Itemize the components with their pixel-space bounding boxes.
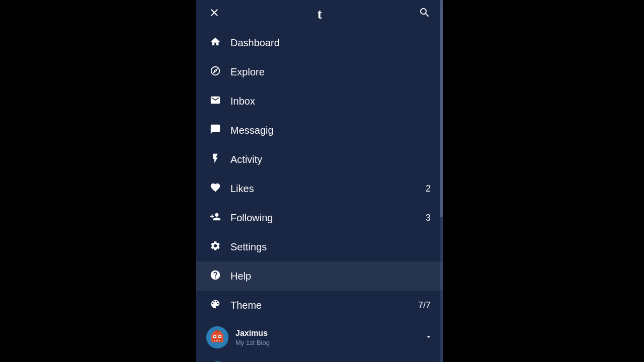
close-icon[interactable] [206,7,222,22]
chat-icon [208,124,222,137]
settings-label: Settings [230,241,431,253]
sidebar-item-likes[interactable]: Likes 2 [196,174,443,203]
help-label: Help [230,270,431,282]
svg-rect-9 [214,340,215,341]
svg-rect-11 [217,340,218,341]
dashboard-label: Dashboard [230,37,431,49]
jaximus-subtitle: My 1st Blog [235,339,420,346]
jaximus-info: Jaximus My 1st Blog [235,329,420,346]
sidebar: t Dashboard Explore Inbox [196,0,443,362]
inbox-label: Inbox [230,96,431,107]
svg-rect-10 [216,340,217,341]
left-background [0,0,196,362]
sidebar-item-explore[interactable]: Explore [196,57,443,86]
following-label: Following [230,212,426,224]
bolt-icon [208,153,222,166]
sidebar-header: t [196,0,443,28]
sidebar-item-theme[interactable]: Theme 7/7 [196,291,443,320]
likes-label: Likes [230,183,426,195]
sidebar-item-activity[interactable]: Activity [196,145,443,174]
sidebar-item-help[interactable]: Help [196,261,443,291]
gear-icon [208,240,222,254]
right-background [443,0,644,362]
following-badge: 3 [426,213,431,223]
mail-icon [208,95,222,108]
app-logo: t [317,6,321,22]
svg-rect-12 [219,340,220,341]
question-icon [208,269,222,283]
sidebar-item-settings[interactable]: Settings [196,232,443,261]
svg-rect-1 [211,333,223,342]
search-icon[interactable] [417,7,433,22]
home-icon [208,36,222,50]
svg-rect-3 [215,330,219,332]
sidebar-item-dashboard[interactable]: Dashboard [196,28,443,57]
blog-item-sobhy[interactable]: sobhy My 1st Blog [196,355,443,362]
svg-rect-6 [214,336,216,337]
blog-item-jaximus[interactable]: Jaximus My 1st Blog [196,320,443,355]
heart-icon [208,182,222,196]
theme-badge: 7/7 [418,300,431,311]
sidebar-item-inbox[interactable]: Inbox [196,86,443,116]
compass-icon [208,65,222,79]
sidebar-item-following[interactable]: Following 3 [196,203,443,232]
sidebar-item-messaging[interactable]: Messagig [196,116,443,145]
likes-badge: 2 [426,184,431,194]
jaximus-name: Jaximus [235,329,420,338]
messaging-label: Messagig [230,125,431,136]
palette-icon [208,299,222,312]
svg-rect-7 [219,336,221,337]
person-add-icon [208,211,222,225]
activity-label: Activity [230,154,431,165]
jaximus-chevron-icon[interactable] [425,333,433,342]
jaximus-avatar [206,326,228,348]
explore-label: Explore [230,66,431,78]
theme-label: Theme [230,300,418,311]
